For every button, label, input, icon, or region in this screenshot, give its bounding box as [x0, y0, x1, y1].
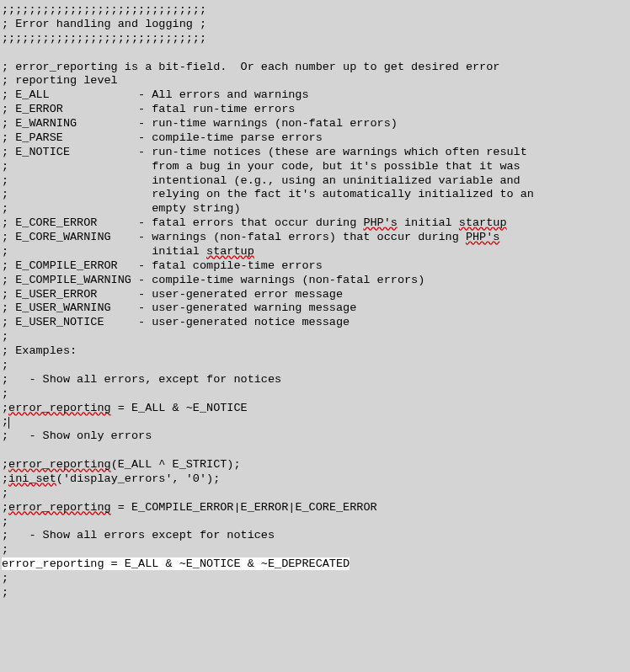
spell-marker: startup: [206, 245, 254, 258]
code-line: ;: [2, 586, 628, 600]
spell-marker: error_reporting: [8, 458, 111, 471]
code-line: error_reporting = E_ALL & ~E_NOTICE & ~E…: [2, 557, 628, 572]
code-line: ;: [2, 415, 628, 429]
code-line: ; E_NOTICE - run-time notices (these are…: [2, 146, 628, 160]
code-line: ; intentional (e.g., using an uninitiali…: [2, 174, 628, 189]
code-line: ; error_reporting is a bit-field. Or eac…: [2, 61, 628, 75]
code-line: ; E_USER_NOTICE - user-generated notice …: [2, 316, 628, 330]
code-line: ; E_COMPILE_WARNING - compile-time warni…: [2, 274, 628, 288]
code-line: [2, 46, 628, 61]
code-line: ;: [2, 572, 628, 586]
spell-marker: error_reporting: [8, 402, 111, 414]
code-line: [2, 444, 628, 458]
code-line: ;error_reporting(E_ALL ^ E_STRICT);: [2, 458, 628, 472]
code-line: ; E_WARNING - run-time warnings (non-fat…: [2, 117, 628, 131]
spell-marker: PHP's: [466, 231, 500, 243]
code-line: ; - Show all errors, except for notices: [2, 373, 628, 387]
code-line: ;: [2, 543, 628, 557]
code-line: ;: [2, 330, 628, 344]
code-line: ; relying on the fact it's automatically…: [2, 188, 628, 202]
code-line: ; reporting level: [2, 74, 628, 88]
code-line: ;: [2, 359, 628, 373]
code-line: ; E_CORE_ERROR - fatal errors that occur…: [2, 216, 628, 231]
code-line: ;ini_set('display_errors', '0');: [2, 472, 628, 487]
code-line: ; from a bug in your code, but it's poss…: [2, 160, 628, 174]
code-line: ;: [2, 387, 628, 402]
spell-marker: error_reporting: [8, 501, 111, 514]
code-line: ;error_reporting = E_COMPILE_ERROR|E_ERR…: [2, 501, 628, 515]
highlighted-line: error_reporting = E_ALL & ~E_NOTICE & ~E…: [2, 557, 350, 570]
spell-marker: ini_set: [8, 472, 56, 485]
code-line: ;;;;;;;;;;;;;;;;;;;;;;;;;;;;;;: [2, 3, 628, 18]
code-line: ; E_PARSE - compile-time parse errors: [2, 131, 628, 146]
spell-marker: startup: [459, 216, 507, 229]
code-line: ; E_USER_ERROR - user-generated error me…: [2, 288, 628, 302]
code-line: ;: [2, 487, 628, 501]
code-line: ; - Show all errors except for notices: [2, 529, 628, 543]
code-line: ; E_CORE_WARNING - warnings (non-fatal e…: [2, 231, 628, 245]
code-line: ; E_USER_WARNING - user-generated warnin…: [2, 301, 628, 316]
code-line: ; E_ERROR - fatal run-time errors: [2, 103, 628, 117]
code-line: ; E_COMPILE_ERROR - fatal compile-time e…: [2, 259, 628, 274]
code-line: ;;;;;;;;;;;;;;;;;;;;;;;;;;;;;;: [2, 32, 628, 46]
text-cursor: [8, 417, 9, 429]
code-line: ; empty string): [2, 202, 628, 216]
code-line: ; E_ALL - All errors and warnings: [2, 88, 628, 103]
code-line: ;error_reporting = E_ALL & ~E_NOTICE: [2, 402, 628, 416]
spell-marker: PHP's: [363, 216, 398, 229]
code-line: ; Examples:: [2, 344, 628, 359]
code-line: ; initial startup: [2, 245, 628, 259]
code-editor-content[interactable]: ;;;;;;;;;;;;;;;;;;;;;;;;;;;;;; ; Error h…: [2, 3, 628, 600]
code-line: ;: [2, 515, 628, 530]
code-line: ; Error handling and logging ;: [2, 18, 628, 32]
code-line: ; - Show only errors: [2, 429, 628, 444]
